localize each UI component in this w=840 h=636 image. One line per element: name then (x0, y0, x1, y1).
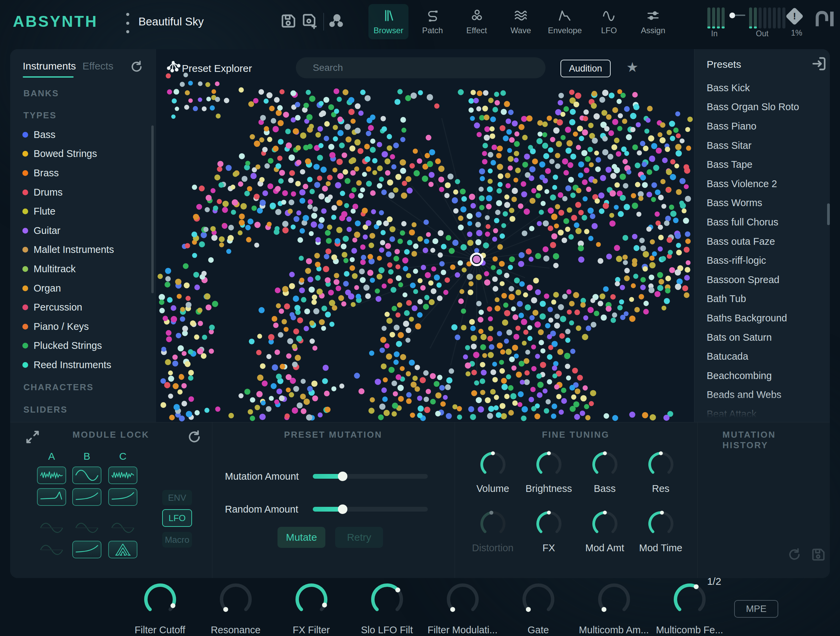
preset-dot[interactable] (569, 320, 574, 326)
preset-dot[interactable] (447, 173, 453, 179)
preset-dot[interactable] (311, 221, 317, 228)
preset-dot[interactable] (305, 268, 311, 274)
preset-dot[interactable] (670, 211, 677, 217)
lfo-c-dim-wave[interactable] (108, 520, 137, 535)
preset-dot[interactable] (510, 216, 515, 222)
preset-dot[interactable] (633, 104, 639, 110)
preset-dot[interactable] (614, 167, 620, 173)
preset-dot[interactable] (343, 281, 349, 287)
preset-dot[interactable] (539, 313, 546, 320)
preset-dot[interactable] (275, 164, 281, 169)
preset-dot[interactable] (556, 394, 562, 399)
preset-dot[interactable] (602, 136, 608, 142)
preset-dot[interactable] (623, 260, 628, 265)
preset-dot[interactable] (354, 285, 359, 290)
preset-dot[interactable] (423, 247, 428, 253)
preset-dot[interactable] (629, 316, 636, 322)
preset-dot[interactable] (321, 306, 327, 312)
preset-dot[interactable] (328, 290, 334, 295)
preset-dot[interactable] (614, 183, 620, 188)
preset-dot[interactable] (466, 371, 471, 376)
preset-dot[interactable] (222, 207, 228, 213)
env-b-shape[interactable] (72, 488, 101, 506)
preset-dot[interactable] (191, 231, 197, 237)
preset-dot[interactable] (289, 170, 295, 176)
preset-dot[interactable] (328, 104, 334, 110)
preset-dot[interactable] (238, 231, 243, 235)
preset-dot[interactable] (633, 245, 639, 251)
preset-dot[interactable] (321, 167, 327, 173)
preset-dot[interactable] (400, 231, 406, 236)
preset-dot[interactable] (465, 362, 471, 368)
knob-dial[interactable] (534, 509, 564, 540)
preset-dot[interactable] (539, 209, 544, 215)
preset-dot[interactable] (289, 199, 294, 205)
preset-dot[interactable] (332, 386, 336, 391)
preset-dot[interactable] (388, 269, 393, 275)
preset-dot[interactable] (244, 389, 250, 395)
preset-dot[interactable] (553, 127, 560, 134)
preset-dot[interactable] (669, 205, 674, 210)
preset-dot[interactable] (505, 183, 511, 188)
preset-dot[interactable] (381, 189, 387, 195)
preset-dot[interactable] (205, 304, 212, 310)
preset-dot[interactable] (379, 176, 384, 182)
preset-dot[interactable] (618, 211, 624, 217)
preset-dot[interactable] (655, 189, 660, 195)
preset-dot[interactable] (396, 313, 401, 318)
preset-dot[interactable] (323, 365, 329, 371)
preset-dot[interactable] (406, 371, 411, 376)
preset-dot[interactable] (199, 241, 205, 247)
preset-dot[interactable] (257, 375, 264, 381)
preset-dot[interactable] (261, 400, 266, 405)
mpe-button[interactable]: MPE (734, 600, 778, 618)
preset-dot[interactable] (428, 172, 434, 178)
macro-b-shape[interactable] (72, 541, 101, 558)
preset-dot[interactable] (594, 151, 599, 155)
preset-dot[interactable] (435, 411, 441, 417)
preset-dot[interactable] (435, 392, 441, 398)
preset-dot[interactable] (508, 265, 513, 270)
preset-explorer-map[interactable]: ∧ < > + − ∨ (156, 49, 694, 422)
preset-dot[interactable] (512, 400, 518, 406)
preset-dot[interactable] (321, 208, 327, 214)
preset-dot[interactable] (595, 157, 601, 162)
preset-dot[interactable] (372, 170, 377, 175)
preset-dot[interactable] (682, 285, 688, 291)
preset-dot[interactable] (308, 199, 313, 205)
preset-list-item[interactable]: Bassoon Spread (707, 270, 822, 290)
preset-dot[interactable] (226, 165, 232, 171)
preset-dot[interactable] (421, 265, 426, 270)
preset-dot[interactable] (315, 262, 321, 268)
macro-knob[interactable]: FX Filter (273, 581, 349, 636)
preset-dot[interactable] (536, 373, 542, 379)
preset-dot[interactable] (585, 415, 591, 420)
preset-dot[interactable] (485, 397, 491, 403)
expand-icon[interactable] (25, 430, 40, 444)
preset-dot[interactable] (417, 158, 422, 164)
preset-dot[interactable] (363, 285, 369, 291)
preset-dot[interactable] (228, 225, 234, 231)
preset-dot[interactable] (404, 249, 410, 255)
preset-dot[interactable] (504, 394, 510, 399)
preset-dot[interactable] (282, 319, 287, 324)
preset-dot[interactable] (503, 211, 508, 217)
env-c-shape[interactable] (108, 488, 137, 506)
tab-wave[interactable]: Wave (501, 4, 541, 39)
preset-dot[interactable] (553, 253, 559, 260)
preset-dot[interactable] (275, 186, 281, 192)
type-filter-item[interactable]: Plucked Strings (22, 336, 145, 356)
preset-list-item[interactable]: Bass Tape (707, 155, 822, 174)
preset-dot[interactable] (679, 139, 685, 143)
preset-dot[interactable] (188, 349, 193, 354)
preset-dot[interactable] (537, 382, 544, 388)
preset-dot[interactable] (313, 206, 318, 212)
preset-dot[interactable] (467, 290, 473, 295)
preset-dot[interactable] (582, 129, 588, 135)
preset-dot[interactable] (635, 182, 641, 187)
preset-dot[interactable] (309, 231, 314, 236)
preset-dot[interactable] (469, 107, 474, 113)
preset-dot[interactable] (498, 182, 503, 187)
preset-dot[interactable] (251, 205, 257, 211)
preset-dot[interactable] (486, 204, 492, 209)
